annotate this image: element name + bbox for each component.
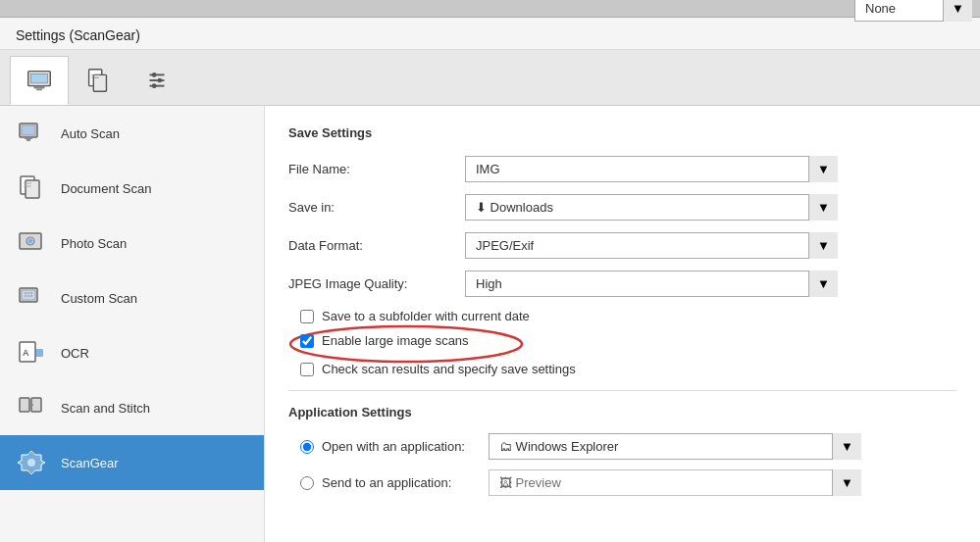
scangear-icon: [16, 447, 47, 478]
svg-point-12: [157, 78, 162, 83]
top-bar: None ▼: [0, 0, 980, 18]
app-settings-title: Application Settings: [288, 405, 956, 419]
data-format-select-wrapper: JPEG/Exif ▼: [465, 232, 838, 259]
sidebar: Auto Scan Document Scan: [0, 106, 265, 542]
tools-tab-icon: [142, 66, 172, 95]
tab-scanner[interactable]: [10, 56, 69, 105]
svg-point-36: [27, 459, 35, 467]
svg-rect-17: [26, 139, 30, 141]
svg-point-13: [152, 83, 157, 88]
svg-rect-15: [22, 125, 35, 135]
top-select-wrapper: None ▼: [854, 0, 972, 22]
svg-rect-31: [35, 349, 43, 357]
sidebar-item-document-scan[interactable]: Document Scan: [0, 161, 264, 216]
file-name-control: IMG ▼: [465, 156, 838, 182]
tab-paper[interactable]: [69, 56, 128, 105]
sidebar-label-auto-scan: Auto Scan: [61, 126, 120, 141]
photo-scan-icon: [16, 227, 47, 259]
sidebar-item-photo-scan[interactable]: Photo Scan: [0, 216, 264, 271]
app-settings-section: Application Settings Open with an applic…: [288, 405, 956, 496]
jpeg-quality-row: JPEG Image Quality: High ▼: [288, 271, 956, 297]
data-format-row: Data Format: JPEG/Exif ▼: [288, 232, 956, 259]
subfolder-row: Save to a subfolder with current date: [288, 309, 956, 323]
auto-scan-icon: [16, 118, 47, 149]
tab-tools[interactable]: [128, 56, 186, 105]
file-name-select-wrapper: IMG ▼: [465, 156, 838, 182]
sidebar-label-ocr: OCR: [61, 346, 89, 361]
subfolder-label: Save to a subfolder with current date: [322, 309, 530, 323]
large-scan-checkbox[interactable]: [300, 334, 314, 348]
custom-scan-icon: [16, 282, 47, 314]
sidebar-label-document-scan: Document Scan: [61, 181, 152, 196]
sidebar-label-photo-scan: Photo Scan: [61, 236, 127, 251]
scan-stitch-icon: [16, 392, 47, 423]
send-app-radio[interactable]: [300, 476, 314, 490]
save-settings-section: Save Settings File Name: IMG ▼: [288, 125, 956, 376]
open-app-radio[interactable]: [300, 440, 314, 454]
open-app-select[interactable]: 🗂 Windows Explorer: [489, 433, 861, 460]
sidebar-label-scan-stitch: Scan and Stitch: [61, 401, 150, 416]
jpeg-quality-label: JPEG Image Quality:: [288, 276, 465, 291]
sidebar-label-scangear: ScanGear: [61, 456, 119, 470]
open-app-control: 🗂 Windows Explorer ▼: [489, 433, 861, 460]
top-select[interactable]: None: [854, 0, 972, 22]
large-scan-row: Enable large image scans: [288, 333, 956, 348]
send-app-select[interactable]: 🖼 Preview: [489, 469, 861, 496]
svg-rect-3: [36, 88, 42, 90]
large-scan-label: Enable large image scans: [322, 333, 469, 348]
section-divider: [288, 390, 956, 391]
send-app-label: Send to an application:: [322, 475, 489, 490]
file-name-label: File Name:: [288, 162, 465, 176]
svg-point-24: [28, 239, 32, 243]
send-app-select-wrapper: 🖼 Preview ▼: [489, 469, 861, 496]
save-in-select-wrapper: ⬇ Downloads ▼: [465, 194, 838, 221]
svg-rect-26: [22, 290, 35, 300]
document-scan-icon: [16, 172, 47, 204]
svg-rect-16: [25, 137, 32, 139]
top-dropdown-area: None ▼: [854, 0, 972, 22]
jpeg-quality-select[interactable]: High: [465, 271, 838, 297]
svg-text:A: A: [23, 348, 29, 358]
sidebar-item-custom-scan[interactable]: Custom Scan: [0, 271, 264, 325]
window-title: Settings (ScanGear): [16, 27, 140, 43]
open-app-select-wrapper: 🗂 Windows Explorer ▼: [489, 433, 861, 460]
sidebar-item-auto-scan[interactable]: Auto Scan: [0, 106, 264, 161]
sidebar-item-ocr[interactable]: A OCR: [0, 325, 264, 380]
settings-window: Settings (ScanGear): [0, 18, 980, 542]
open-app-row: Open with an application: 🗂 Windows Expl…: [288, 433, 956, 460]
open-app-label: Open with an application:: [322, 439, 489, 454]
save-in-select[interactable]: ⬇ Downloads: [465, 194, 838, 221]
send-app-control: 🖼 Preview ▼: [489, 469, 861, 496]
sidebar-item-scangear[interactable]: ScanGear: [0, 435, 264, 490]
sidebar-item-scan-stitch[interactable]: Scan and Stitch: [0, 380, 264, 435]
svg-rect-32: [20, 398, 29, 412]
svg-point-11: [152, 73, 157, 77]
save-in-label: Save in:: [288, 200, 465, 215]
send-app-row: Send to an application: 🖼 Preview ▼: [288, 469, 956, 496]
save-settings-title: Save Settings: [288, 125, 956, 140]
scanner-tab-icon: [25, 66, 54, 95]
data-format-control: JPEG/Exif ▼: [465, 232, 838, 259]
svg-rect-2: [33, 86, 44, 89]
paper-tab-icon: [83, 66, 113, 95]
svg-rect-1: [31, 74, 48, 82]
file-name-row: File Name: IMG ▼: [288, 156, 956, 182]
sidebar-label-custom-scan: Custom Scan: [61, 291, 137, 306]
jpeg-quality-control: High ▼: [465, 271, 838, 297]
large-scan-wrapper: Enable large image scans: [300, 333, 469, 348]
tab-bar: [0, 50, 980, 106]
check-scan-checkbox[interactable]: [300, 363, 314, 376]
check-scan-row: Check scan results and specify save sett…: [288, 362, 956, 376]
ocr-icon: A: [16, 337, 47, 369]
data-format-label: Data Format:: [288, 238, 465, 253]
save-in-row: Save in: ⬇ Downloads ▼: [288, 194, 956, 221]
title-bar: Settings (ScanGear): [0, 18, 980, 50]
data-format-select[interactable]: JPEG/Exif: [465, 232, 838, 259]
jpeg-quality-select-wrapper: High ▼: [465, 271, 838, 297]
content-panel: Save Settings File Name: IMG ▼: [265, 106, 980, 542]
main-content: Auto Scan Document Scan: [0, 106, 980, 542]
subfolder-checkbox[interactable]: [300, 310, 314, 323]
file-name-select[interactable]: IMG: [465, 156, 838, 182]
check-scan-label: Check scan results and specify save sett…: [322, 362, 576, 376]
save-in-control: ⬇ Downloads ▼: [465, 194, 838, 221]
